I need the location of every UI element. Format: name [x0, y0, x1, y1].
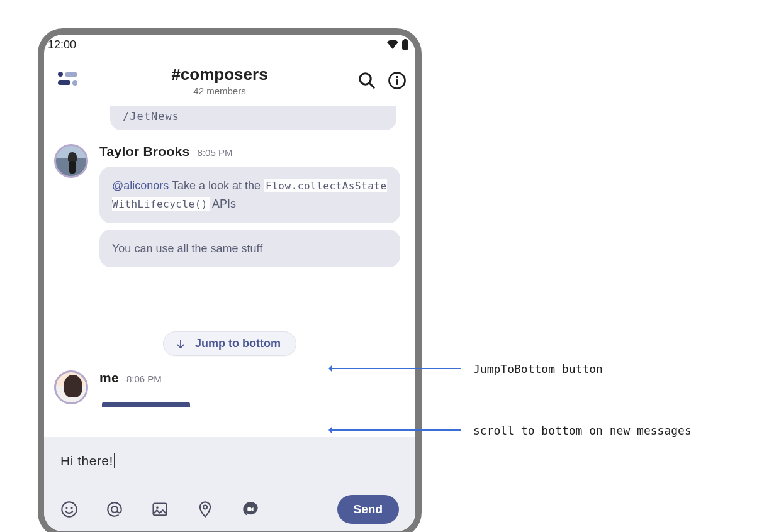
- svg-rect-20: [247, 507, 251, 511]
- svg-point-16: [111, 506, 118, 513]
- text: Take a look at the: [169, 179, 264, 192]
- status-bar: 12:00: [44, 35, 415, 55]
- text: APIs: [210, 197, 236, 210]
- channel-name[interactable]: #composers: [88, 65, 351, 84]
- input-text: Hi there!: [60, 453, 113, 468]
- emoji-icon[interactable]: [60, 501, 78, 518]
- svg-point-15: [71, 507, 73, 509]
- mention-icon[interactable]: [106, 501, 123, 518]
- mention[interactable]: @aliconors: [112, 179, 169, 192]
- annotation-arrow: [329, 429, 461, 431]
- svg-rect-1: [396, 48, 397, 49]
- svg-point-18: [156, 506, 159, 509]
- avatar[interactable]: [54, 370, 88, 404]
- svg-point-13: [62, 502, 76, 516]
- location-icon[interactable]: [196, 501, 214, 518]
- svg-point-4: [58, 72, 63, 77]
- svg-point-19: [203, 505, 207, 509]
- arrow-down-icon: [175, 338, 186, 350]
- svg-line-9: [369, 83, 374, 88]
- svg-rect-12: [396, 79, 398, 85]
- svg-rect-6: [58, 80, 70, 85]
- svg-point-7: [72, 80, 77, 86]
- svg-point-14: [65, 507, 67, 509]
- message-bubble: You can use all the same stuff: [99, 230, 400, 268]
- avatar[interactable]: [54, 144, 88, 178]
- chat-scroll-area[interactable]: /JetNews Taylor Brooks 8:05 PM @aliconor…: [44, 106, 415, 437]
- battery-icon: [401, 39, 409, 50]
- svg-rect-3: [404, 39, 407, 41]
- jump-to-bottom-button[interactable]: Jump to bottom: [163, 331, 296, 356]
- message-group: me 8:06 PM: [44, 370, 415, 404]
- message-time: 8:05 PM: [198, 147, 233, 158]
- info-icon[interactable]: [388, 71, 407, 90]
- message-input[interactable]: Hi there!: [60, 450, 399, 472]
- svg-rect-2: [402, 40, 408, 50]
- message-bubble-truncated: [102, 402, 190, 407]
- app-logo[interactable]: [50, 62, 88, 99]
- svg-point-11: [396, 76, 398, 79]
- text-cursor: [114, 453, 115, 468]
- annotation-arrow: [329, 368, 461, 369]
- composer: Hi there! Send: [44, 437, 415, 531]
- svg-rect-0: [395, 45, 397, 47]
- message-bubble-truncated: /JetNews: [110, 106, 396, 130]
- message-group: Taylor Brooks 8:05 PM @aliconors Take a …: [44, 144, 415, 267]
- sender-name: me: [99, 370, 119, 385]
- status-time: 12:00: [48, 38, 76, 52]
- phone-frame: 12:00 #composers 42 members /JetNews: [38, 28, 422, 532]
- sender-name: Taylor Brooks: [99, 144, 190, 159]
- svg-rect-5: [65, 72, 77, 77]
- member-count: 42 members: [88, 86, 351, 96]
- message-time: 8:06 PM: [126, 374, 162, 384]
- search-icon[interactable]: [357, 71, 376, 90]
- image-icon[interactable]: [151, 501, 169, 518]
- chat-header: #composers 42 members: [44, 55, 415, 106]
- wifi-alert-icon: [386, 40, 399, 50]
- annotation-label: scroll to bottom on new messages: [473, 424, 692, 437]
- send-button[interactable]: Send: [337, 495, 399, 524]
- annotation-label: JumpToBottom button: [473, 362, 603, 375]
- message-bubble: @aliconors Take a look at the Flow.colle…: [99, 167, 400, 223]
- video-call-icon[interactable]: [242, 501, 259, 518]
- jump-to-bottom-label: Jump to bottom: [195, 337, 281, 350]
